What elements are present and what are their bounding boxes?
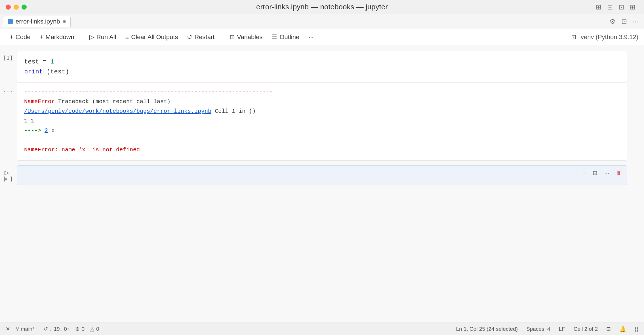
separator-1 xyxy=(82,33,82,41)
cell-2-container: ▷ ∨ [ ] ≡ ⊟ ··· 🗑 xyxy=(17,165,627,185)
error-arrow-line: ----> 2 x xyxy=(24,126,620,135)
layout-icon-4[interactable]: ⊞ xyxy=(630,3,635,11)
warning-icon: △ xyxy=(90,326,94,332)
run-all-icon: ▷ xyxy=(89,33,94,41)
code-line-2: print (test) xyxy=(24,67,620,77)
plus-icon: + xyxy=(10,33,13,41)
separator-2 xyxy=(222,33,222,41)
cell-2-actions: ≡ ⊟ ··· 🗑 xyxy=(580,168,624,177)
title-bar-controls: ⊞ ⊟ ⊡ ⊞ xyxy=(596,3,635,11)
close-panel-icon[interactable]: ✕ xyxy=(6,326,10,332)
cell-1-number: [1] xyxy=(3,54,13,61)
error-status-icon: ⊗ xyxy=(75,326,80,332)
close-button[interactable] xyxy=(6,5,11,10)
outline-icon: ☰ xyxy=(272,33,277,41)
code-func-print: print xyxy=(24,68,43,75)
error-file-link[interactable]: /Users/penlv/code/work/notebooks/bugs/er… xyxy=(24,108,211,115)
more-tabs-icon[interactable]: ··· xyxy=(633,18,638,26)
settings-icon[interactable]: ⚙ xyxy=(609,18,616,26)
layout-icon-3[interactable]: ⊡ xyxy=(618,3,624,11)
add-code-label: Code xyxy=(16,33,31,41)
warnings-label: 0 xyxy=(96,326,99,332)
branch-status[interactable]: ⑂ main*+ xyxy=(16,326,38,332)
python-env-icon: ⊡ xyxy=(571,33,576,41)
run-all-label: Run All xyxy=(96,33,116,41)
errors-status[interactable]: ⊗ 0 xyxy=(75,326,85,332)
more-icon: ··· xyxy=(308,33,313,41)
variables-label: Variables xyxy=(237,33,262,41)
notebook-type-icon[interactable]: ⊡ xyxy=(606,326,611,332)
maximize-button[interactable] xyxy=(22,5,27,10)
add-code-button[interactable]: + Code xyxy=(6,32,34,43)
cell-1-container: [1] test = 1 print (test) xyxy=(17,51,627,83)
python-env-label[interactable]: .venv (Python 3.9.12) xyxy=(579,33,638,41)
error-line-link[interactable]: 2 xyxy=(45,127,48,134)
brace-icon[interactable]: {} xyxy=(635,326,638,332)
outline-button[interactable]: ☰ Outline xyxy=(268,32,303,43)
traceback-label: Traceback (most recent call last) xyxy=(58,98,171,105)
error-header-line: NameError Traceback (most recent call la… xyxy=(24,97,620,107)
error-separator: ----------------------------------------… xyxy=(24,87,620,97)
add-markdown-button[interactable]: + Markdown xyxy=(35,32,78,43)
output-1-number: ... xyxy=(3,86,13,93)
layout-icon-1[interactable]: ⊞ xyxy=(596,3,601,11)
layout-split-icon[interactable]: ⊡ xyxy=(621,18,627,26)
git-icon: ⑂ xyxy=(16,326,19,332)
output-1-box: ----------------------------------------… xyxy=(17,83,627,161)
traffic-lights xyxy=(6,5,27,10)
error-arrow: ----> xyxy=(24,127,45,134)
warnings-status[interactable]: △ 0 xyxy=(90,326,99,332)
outline-label: Outline xyxy=(279,33,299,41)
error-message: NameError: name 'x' is not defined xyxy=(24,145,620,155)
code-num-1: 1 xyxy=(50,58,54,65)
notification-bell-icon[interactable]: 🔔 xyxy=(619,326,626,332)
cell-delete-button[interactable]: 🗑 xyxy=(614,169,624,177)
clear-icon: ≡ xyxy=(125,33,129,41)
sync-label: ↓ 19↓ 0↑ xyxy=(50,326,70,332)
cell-more-button[interactable]: ··· xyxy=(602,169,611,177)
error-arrow-code: x xyxy=(51,127,55,134)
branch-label: main*+ xyxy=(21,326,38,332)
add-markdown-label: Markdown xyxy=(45,33,74,41)
cell-2-box[interactable]: ≡ ⊟ ··· 🗑 xyxy=(17,165,627,185)
notebook-tab-icon xyxy=(8,19,13,24)
status-right: Ln 1, Col 25 (24 selected) Spaces: 4 LF … xyxy=(456,326,638,332)
sync-status[interactable]: ↺ ↓ 19↓ 0↑ xyxy=(43,326,70,332)
tab-error-links[interactable]: error-links.ipynb xyxy=(3,16,71,27)
cell-1-box[interactable]: test = 1 print (test) xyxy=(17,51,627,83)
layout-icon-2[interactable]: ⊟ xyxy=(607,3,613,11)
sync-icon: ↺ xyxy=(43,326,48,332)
clear-all-outputs-label: Clear All Outputs xyxy=(131,33,178,41)
error-blank xyxy=(24,135,620,145)
separator-line: ----------------------------------------… xyxy=(24,89,273,95)
window-title: error-links.ipynb — notebooks — jupyter xyxy=(256,3,388,11)
status-bar: ✕ ⑂ main*+ ↺ ↓ 19↓ 0↑ ⊗ 0 △ 0 Ln 1, Col … xyxy=(0,323,644,335)
cell-1-code[interactable]: test = 1 print (test) xyxy=(17,51,627,82)
code-var-test: test xyxy=(24,58,39,65)
run-all-button[interactable]: ▷ Run All xyxy=(85,32,120,43)
variables-icon: ⊡ xyxy=(230,33,235,41)
line-ending-label: LF xyxy=(559,326,565,332)
variables-button[interactable]: ⊡ Variables xyxy=(226,32,266,43)
restart-button[interactable]: ↺ Restart xyxy=(183,32,218,43)
notebook-content: [1] test = 1 print (test) ... ----------… xyxy=(0,45,644,323)
output-1-area: ... ------------------------------------… xyxy=(17,83,627,161)
cell-format-button[interactable]: ≡ xyxy=(580,169,588,177)
modified-indicator xyxy=(63,20,66,23)
error-cell-ref: Cell 1 in () xyxy=(215,108,256,115)
cell-2-number: [ ] xyxy=(3,175,13,182)
code-print-arg: (test) xyxy=(47,68,69,75)
minimize-button[interactable] xyxy=(14,5,19,10)
restart-label: Restart xyxy=(194,33,214,41)
restart-icon: ↺ xyxy=(187,33,192,41)
cell-position-label: Cell 2 of 2 xyxy=(574,326,598,332)
tab-label: error-links.ipynb xyxy=(16,18,60,25)
clear-all-outputs-button[interactable]: ≡ Clear All Outputs xyxy=(121,32,182,43)
code-line-1: test = 1 xyxy=(24,57,620,67)
more-toolbar-button[interactable]: ··· xyxy=(304,32,317,43)
run-cell-2-icon[interactable]: ▷ xyxy=(5,169,9,176)
error-line1: 1 1 xyxy=(24,116,620,126)
tab-bar: error-links.ipynb ⚙ ⊡ ··· xyxy=(0,14,644,29)
cell-merge-button[interactable]: ⊟ xyxy=(590,168,600,177)
error-file-line: /Users/penlv/code/work/notebooks/bugs/er… xyxy=(24,107,620,116)
